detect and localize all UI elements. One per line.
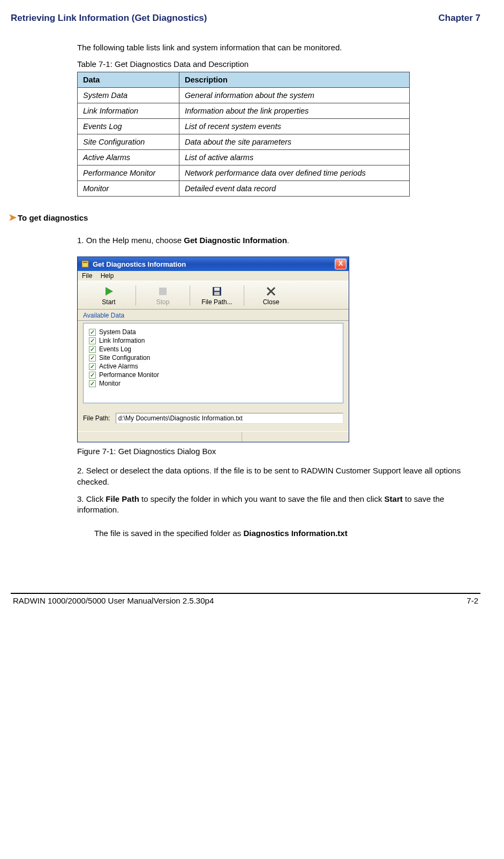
- check-monitor[interactable]: ✓Monitor: [89, 379, 337, 388]
- check-system-data[interactable]: ✓System Data: [89, 328, 337, 336]
- check-site-config[interactable]: ✓Site Configuration: [89, 353, 337, 362]
- checkbox-icon[interactable]: ✓: [89, 346, 96, 353]
- toolbar-sep: [136, 285, 136, 306]
- filepath-row: File Path:: [78, 410, 349, 431]
- filepath-input[interactable]: [116, 413, 343, 424]
- play-icon: [103, 285, 115, 297]
- footer-right: 7-2: [467, 596, 478, 605]
- table-caption: Table 7-1: Get Diagnostics Data and Desc…: [77, 59, 483, 69]
- dialog-toolbar: Start Stop File Path... Close: [78, 281, 349, 310]
- stop-icon: [157, 285, 169, 297]
- checkbox-icon[interactable]: ✓: [89, 329, 96, 336]
- menu-file[interactable]: File: [82, 272, 92, 280]
- checkbox-icon[interactable]: ✓: [89, 380, 96, 387]
- header-right: Chapter 7: [439, 13, 480, 24]
- start-button[interactable]: Start: [83, 283, 134, 308]
- checkbox-icon[interactable]: ✓: [89, 363, 96, 370]
- step-3: 3. Click File Path to specify the folder…: [77, 494, 483, 516]
- dialog-menubar: File Help: [78, 271, 349, 281]
- statusbar: [78, 431, 349, 442]
- svg-rect-1: [83, 262, 87, 263]
- check-active-alarms[interactable]: ✓Active Alarms: [89, 362, 337, 371]
- header-left: Retrieving Link Information (Get Diagnos…: [11, 13, 207, 24]
- figure-caption: Figure 7-1: Get Diagnostics Dialog Box: [77, 447, 483, 456]
- check-link-info[interactable]: ✓Link Information: [89, 336, 337, 345]
- toolbar-sep: [244, 285, 244, 306]
- svg-rect-6: [214, 292, 220, 295]
- close-tool-button[interactable]: Close: [245, 283, 297, 308]
- close-icon: [265, 285, 277, 297]
- step-2: 2. Select or deselect the data options. …: [77, 465, 483, 487]
- floppy-icon: [211, 285, 223, 297]
- svg-rect-3: [159, 288, 167, 295]
- available-data-label: Available Data: [78, 310, 349, 321]
- check-perf-monitor[interactable]: ✓Performance Monitor: [89, 371, 337, 379]
- diagnostics-table: Data Description System DataGeneral info…: [77, 72, 410, 197]
- dialog-title: Get Diagnostics Information: [93, 260, 186, 268]
- svg-rect-0: [82, 261, 88, 267]
- checkbox-icon[interactable]: ✓: [89, 337, 96, 344]
- footer-left: RADWIN 1000/2000/5000 User ManualVersion…: [13, 596, 214, 605]
- toolbar-sep: [190, 285, 190, 306]
- app-icon: [81, 260, 89, 268]
- checkbox-icon[interactable]: ✓: [89, 372, 96, 379]
- table-row: Site ConfigurationData about the site pa…: [78, 134, 410, 150]
- table-row: Events LogList of recent system events: [78, 119, 410, 134]
- page-footer: RADWIN 1000/2000/5000 User ManualVersion…: [9, 594, 483, 618]
- menu-help[interactable]: Help: [101, 272, 114, 280]
- check-events-log[interactable]: ✓Events Log: [89, 345, 337, 353]
- table-row: Link InformationInformation about the li…: [78, 103, 410, 119]
- checkbox-icon[interactable]: ✓: [89, 355, 96, 361]
- checklist: ✓System Data ✓Link Information ✓Events L…: [83, 323, 343, 403]
- svg-marker-2: [106, 287, 113, 296]
- table-row: System DataGeneral information about the…: [78, 88, 410, 103]
- diagnostics-dialog: Get Diagnostics Information X File Help …: [77, 257, 349, 442]
- procedure-heading: ➤To get diagnostics: [9, 212, 483, 223]
- page-header: Retrieving Link Information (Get Diagnos…: [9, 13, 483, 27]
- table-row: MonitorDetailed event data record: [78, 181, 410, 197]
- chevron-right-icon: ➤: [9, 212, 17, 223]
- svg-rect-5: [214, 288, 220, 291]
- step-1: 1. On the Help menu, choose Get Diagnost…: [77, 235, 483, 246]
- dialog-titlebar[interactable]: Get Diagnostics Information X: [78, 257, 349, 271]
- close-button[interactable]: X: [335, 259, 347, 269]
- intro-text: The following table lists link and syste…: [77, 43, 483, 52]
- th-data: Data: [78, 72, 179, 88]
- filepath-label: File Path:: [83, 415, 110, 422]
- stop-button: Stop: [137, 283, 189, 308]
- th-desc: Description: [179, 72, 410, 88]
- table-row: Performance MonitorNetwork performance d…: [78, 165, 410, 181]
- step-3-tail: The file is saved in the specified folde…: [94, 528, 483, 539]
- filepath-button[interactable]: File Path...: [191, 283, 243, 308]
- table-row: Active AlarmsList of active alarms: [78, 150, 410, 165]
